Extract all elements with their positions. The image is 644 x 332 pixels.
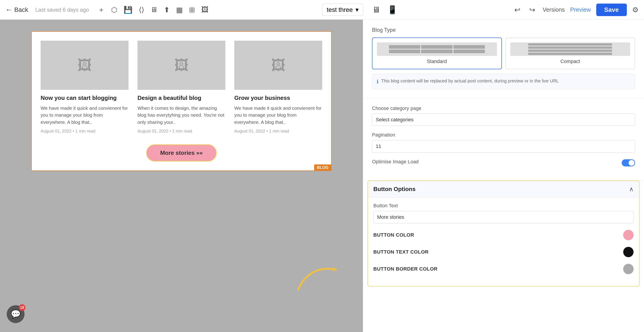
- pagination-label: Pagination: [372, 132, 635, 138]
- versions-button[interactable]: Versions: [542, 6, 565, 13]
- category-form-group: Choose category page Select categories: [372, 105, 635, 126]
- blog-title: Design a beautiful blog: [138, 94, 226, 102]
- icon-cell: [454, 45, 485, 49]
- blog-grid: 🖼 Now you can start blogging We have mad…: [40, 41, 322, 134]
- pagination-form-group: Pagination: [372, 132, 635, 152]
- blog-type-grid: Standard Compact: [372, 38, 635, 69]
- standard-icon: [377, 43, 497, 56]
- arrow-annotation: [292, 252, 350, 296]
- compact-icon: [510, 43, 630, 56]
- canvas-area: 🖼 Now you can start blogging We have mad…: [0, 20, 363, 332]
- blog-section: 🖼 Now you can start blogging We have mad…: [31, 31, 332, 171]
- device-icon[interactable]: 🖥: [150, 6, 158, 14]
- blog-card: 🖼 Grow your business We have made it qui…: [234, 41, 322, 134]
- blog-type-badge: BLOG: [314, 164, 331, 171]
- optimise-toggle[interactable]: [622, 159, 635, 167]
- button-text-color-row: BUTTON TEXT COLOR: [373, 247, 634, 257]
- blog-title: Grow your business: [234, 94, 322, 102]
- blog-type-compact[interactable]: Compact: [506, 38, 635, 69]
- media-icon[interactable]: 🖼: [201, 6, 208, 14]
- image-icon: 🖼: [78, 57, 92, 74]
- more-stories-wrapper: More stories »»: [40, 144, 322, 161]
- category-select[interactable]: Select categories: [372, 113, 635, 126]
- notification-badge[interactable]: 💬 18: [7, 305, 24, 323]
- undo-button[interactable]: ↩: [512, 4, 522, 16]
- image-icon: 🖼: [174, 57, 188, 74]
- redo-button[interactable]: ↪: [528, 4, 537, 16]
- blog-image-placeholder: 🖼: [234, 41, 322, 90]
- add-icon[interactable]: ＋: [98, 5, 105, 15]
- category-section: Choose category page Select categories P…: [363, 98, 644, 181]
- button-text-input[interactable]: [373, 211, 634, 223]
- compact-icon-lines: [528, 43, 612, 55]
- blog-card: 🖼 Now you can start blogging We have mad…: [40, 41, 128, 134]
- more-stories-button[interactable]: More stories »»: [146, 144, 217, 161]
- back-icon: ←: [5, 6, 12, 14]
- top-toolbar: ← Back Last saved 6 days ago ＋ ⬡ 💾 ⟨⟩ 🖥 …: [0, 0, 644, 20]
- info-box: ℹ This blog content will be replaced by …: [372, 74, 635, 89]
- blog-excerpt: When it comes to design, the amazing blo…: [138, 105, 226, 126]
- info-text: This blog content will be replaced by ac…: [381, 78, 559, 84]
- button-options-body: Button Text BUTTON COLOR BUTTON TEXT COL…: [368, 198, 639, 286]
- desktop-icon[interactable]: 🖥: [370, 3, 382, 16]
- category-label: Choose category page: [372, 105, 635, 111]
- chevron-down-icon: ▾: [356, 6, 358, 14]
- blog-card: 🖼 Design a beautiful blog When it comes …: [138, 41, 226, 134]
- settings-icon[interactable]: ⚙: [632, 6, 639, 14]
- save-button[interactable]: Save: [596, 4, 627, 16]
- blog-type-standard[interactable]: Standard: [372, 38, 502, 69]
- icon-row: [528, 43, 612, 46]
- button-text-group: Button Text: [373, 203, 634, 223]
- optimise-label: Optimise Image Load: [372, 159, 418, 165]
- svg-marker-0: [333, 267, 336, 272]
- pagination-input[interactable]: [372, 140, 635, 152]
- layers-icon[interactable]: ⬡: [111, 6, 117, 14]
- blog-type-section: Blog Type Standard: [363, 20, 644, 98]
- blog-excerpt: We have made it quick and convienent for…: [40, 105, 128, 126]
- collapse-icon[interactable]: ∧: [629, 186, 634, 193]
- button-border-color-label: BUTTON BORDER COLOR: [373, 266, 438, 272]
- preview-button[interactable]: Preview: [570, 6, 591, 13]
- blog-excerpt: We have made it quick and convienent for…: [234, 105, 322, 126]
- info-icon: ℹ: [377, 78, 378, 85]
- button-options-header: Button Options ∧: [368, 181, 639, 198]
- back-button[interactable]: ← Back: [5, 6, 28, 14]
- back-label: Back: [14, 6, 28, 14]
- blog-image-placeholder: 🖼: [40, 41, 128, 90]
- tablet-icon[interactable]: 📱: [386, 3, 399, 16]
- compact-label: Compact: [560, 59, 580, 64]
- button-options-panel: Button Options ∧ Button Text BUTTON COLO…: [368, 181, 640, 286]
- blog-title: Now you can start blogging: [40, 94, 128, 102]
- button-options-title: Button Options: [373, 186, 416, 193]
- button-text-color-swatch[interactable]: [623, 247, 634, 257]
- blog-meta: August 01, 2022 • 1 min read: [234, 129, 322, 134]
- icon-cell: [421, 50, 452, 53]
- icon-cell: [454, 50, 485, 53]
- button-color-swatch[interactable]: [623, 230, 634, 240]
- blog-meta: August 01, 2022 • 1 min read: [138, 129, 226, 134]
- blog-meta: August 01, 2022 • 1 min read: [40, 129, 128, 134]
- layout-icon[interactable]: ▦: [176, 6, 183, 14]
- save-icon[interactable]: 💾: [124, 6, 132, 14]
- page-name-text: test three: [327, 6, 353, 14]
- notification-count: 18: [19, 304, 26, 311]
- upload-icon[interactable]: ⬆: [164, 6, 170, 14]
- standard-icon-grid: [389, 45, 485, 53]
- code-icon[interactable]: ⟨⟩: [139, 6, 144, 14]
- toolbar-center: test three ▾ 🖥 📱: [208, 3, 512, 16]
- button-border-color-swatch[interactable]: [623, 264, 634, 274]
- optimise-form-group: Optimise Image Load: [372, 159, 635, 167]
- grid-icon[interactable]: ⊞: [189, 6, 195, 14]
- more-stories-label: More stories »»: [160, 149, 203, 156]
- device-icons: 🖥 📱: [370, 3, 399, 16]
- toolbar-right: ↩ ↪ Versions Preview Save ⚙: [512, 4, 639, 16]
- right-panel: Blog Type Standard: [363, 20, 644, 332]
- standard-label: Standard: [427, 59, 447, 64]
- last-saved-text: Last saved 6 days ago: [35, 7, 89, 13]
- icon-cell: [389, 45, 420, 49]
- button-color-label: BUTTON COLOR: [373, 232, 414, 238]
- optimise-toggle-row: Optimise Image Load: [372, 159, 635, 167]
- icon-row: [528, 50, 612, 52]
- page-name-button[interactable]: test three ▾: [322, 4, 363, 16]
- image-icon: 🖼: [271, 57, 286, 74]
